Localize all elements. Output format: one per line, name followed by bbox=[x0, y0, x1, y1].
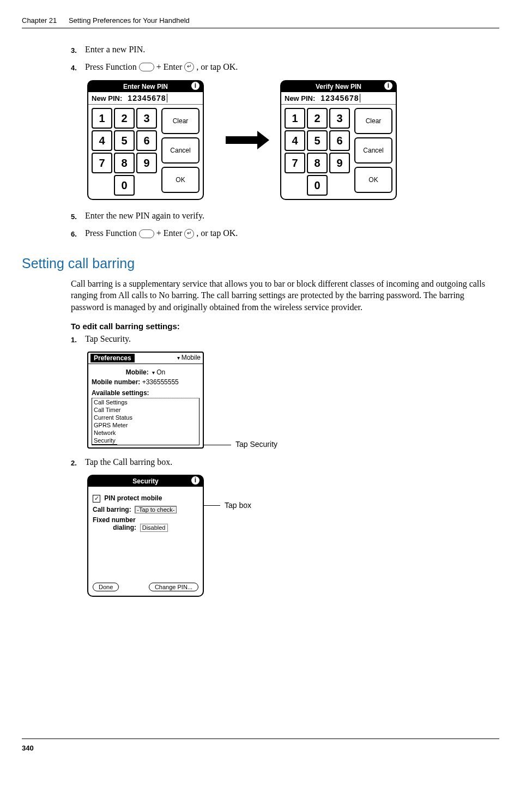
key-2[interactable]: 2 bbox=[307, 108, 328, 129]
pin-protect-label: PIN protect mobile bbox=[104, 494, 162, 502]
key-6[interactable]: 6 bbox=[329, 130, 350, 151]
screen-titlebar: Enter New PIN i bbox=[88, 81, 203, 92]
key-1[interactable]: 1 bbox=[92, 108, 112, 129]
key-8[interactable]: 8 bbox=[307, 153, 328, 173]
list-item[interactable]: Network bbox=[92, 429, 199, 437]
list-item[interactable]: Call Settings bbox=[92, 398, 199, 406]
enter-pin-screen: Enter New PIN i New PIN: 12345678 1 2 3 … bbox=[87, 80, 204, 200]
subheading: To edit call barring settings: bbox=[71, 322, 499, 331]
pref-titlebar: Preferences Mobile bbox=[88, 353, 203, 364]
available-settings-label: Available settings: bbox=[92, 389, 200, 398]
key-4[interactable]: 4 bbox=[285, 130, 305, 151]
key-8[interactable]: 8 bbox=[114, 153, 135, 173]
list-item-security[interactable]: Security bbox=[92, 437, 117, 445]
step-number: 5. bbox=[71, 213, 77, 221]
screen-titlebar: Security i bbox=[88, 476, 203, 487]
step-text: Tap the Call barring box. bbox=[85, 457, 172, 467]
key-9[interactable]: 9 bbox=[329, 153, 350, 173]
ok-button[interactable]: OK bbox=[161, 167, 200, 193]
key-7[interactable]: 7 bbox=[285, 153, 305, 173]
step-number: 2. bbox=[71, 459, 77, 467]
section-heading: Setting call barring bbox=[22, 256, 499, 271]
screen-titlebar: Verify New PIN i bbox=[281, 81, 396, 92]
verify-pin-screen: Verify New PIN i New PIN: 12345678 1 2 3… bbox=[280, 80, 397, 200]
list-item[interactable]: GPRS Meter bbox=[92, 421, 199, 429]
key-2[interactable]: 2 bbox=[114, 108, 135, 129]
pin-label: New PIN: bbox=[92, 94, 122, 102]
step-number: 4. bbox=[71, 64, 77, 72]
step-1: 1. Tap Security. bbox=[71, 334, 499, 344]
step-number: 3. bbox=[71, 46, 77, 55]
key-4[interactable]: 4 bbox=[92, 130, 112, 151]
step-6: 6. Press Function + Enter , or tap OK. bbox=[71, 228, 499, 239]
chapter-title: Setting Preferences for Your Handheld bbox=[69, 16, 190, 25]
pin-value: 12345678 bbox=[128, 94, 167, 102]
function-key-icon bbox=[139, 229, 154, 238]
callout-line bbox=[204, 505, 220, 506]
step-text-c: , or tap OK. bbox=[196, 228, 238, 238]
info-icon[interactable]: i bbox=[191, 82, 200, 90]
step-text: Enter the new PIN again to verify. bbox=[85, 211, 204, 220]
key-0[interactable]: 0 bbox=[114, 175, 135, 196]
clear-button[interactable]: Clear bbox=[354, 108, 392, 134]
step-text-a: Press Function bbox=[85, 62, 139, 71]
screen-title: Enter New PIN bbox=[123, 83, 168, 90]
step-5: 5. Enter the new PIN again to verify. bbox=[71, 211, 499, 221]
step-3: 3. Enter a new PIN. bbox=[71, 45, 499, 55]
ok-button[interactable]: OK bbox=[354, 167, 392, 193]
step-2: 2. Tap the Call barring box. bbox=[71, 457, 499, 467]
callout-tap-box: Tap box bbox=[225, 501, 251, 510]
step-text-a: Press Function bbox=[85, 228, 139, 238]
fixed-number-label-a: Fixed number bbox=[93, 516, 136, 524]
pin-label: New PIN: bbox=[285, 94, 315, 102]
step-4: 4. Press Function + Enter , or tap OK. bbox=[71, 62, 499, 72]
settings-list: Call Settings Call Timer Current Status … bbox=[92, 398, 200, 445]
key-9[interactable]: 9 bbox=[136, 153, 157, 173]
pin-display-row: New PIN: 12345678 bbox=[281, 92, 396, 105]
step-number: 6. bbox=[71, 230, 77, 238]
step-text-b: + Enter bbox=[156, 228, 185, 238]
arrow-right-icon bbox=[226, 136, 258, 144]
key-6[interactable]: 6 bbox=[136, 130, 157, 151]
list-item[interactable]: Current Status bbox=[92, 414, 199, 421]
done-button[interactable]: Done bbox=[93, 583, 119, 591]
enter-key-icon bbox=[184, 62, 194, 72]
screen-title: Security bbox=[132, 477, 158, 485]
call-barring-box[interactable]: -Tap to check- bbox=[135, 506, 177, 513]
clear-button[interactable]: Clear bbox=[161, 108, 200, 134]
key-5[interactable]: 5 bbox=[114, 130, 135, 151]
fixed-number-label-b: dialing: bbox=[113, 524, 136, 531]
list-item[interactable]: Call Timer bbox=[92, 406, 199, 414]
page-number: 340 bbox=[22, 744, 34, 752]
info-icon[interactable]: i bbox=[384, 82, 392, 90]
fixed-dialing-box[interactable]: Disabled bbox=[140, 524, 168, 531]
footer-rule bbox=[22, 739, 499, 739]
cancel-button[interactable]: Cancel bbox=[354, 137, 392, 164]
pin-display-row: New PIN: 12345678 bbox=[88, 92, 203, 105]
screen-title: Verify New PIN bbox=[316, 83, 361, 90]
step-text-b: + Enter bbox=[156, 62, 185, 71]
callout-tap-security: Tap Security bbox=[235, 440, 277, 449]
cancel-button[interactable]: Cancel bbox=[161, 137, 200, 164]
pref-title: Preferences bbox=[90, 354, 135, 362]
key-3[interactable]: 3 bbox=[136, 108, 157, 129]
step-text: Tap Security. bbox=[85, 334, 131, 343]
pref-category-dropdown[interactable]: Mobile bbox=[177, 354, 201, 362]
key-5[interactable]: 5 bbox=[307, 130, 328, 151]
mobile-status-dropdown[interactable]: On bbox=[152, 368, 165, 376]
key-3[interactable]: 3 bbox=[329, 108, 350, 129]
key-1[interactable]: 1 bbox=[285, 108, 305, 129]
step-text-c: , or tap OK. bbox=[196, 62, 238, 71]
function-key-icon bbox=[139, 63, 154, 71]
key-0[interactable]: 0 bbox=[307, 175, 328, 196]
numeric-keypad: 1 2 3 4 5 6 7 8 9 0 bbox=[285, 108, 350, 196]
enter-key-icon bbox=[184, 229, 194, 239]
change-pin-button[interactable]: Change PIN... bbox=[149, 583, 198, 591]
key-7[interactable]: 7 bbox=[92, 153, 112, 173]
mobile-number-label: Mobile number: bbox=[92, 378, 140, 386]
preferences-screen: Preferences Mobile Mobile: On Mobile num… bbox=[87, 352, 204, 449]
chapter-number: Chapter 21 bbox=[22, 16, 57, 25]
pin-screens-row: Enter New PIN i New PIN: 12345678 1 2 3 … bbox=[87, 80, 499, 200]
pin-protect-checkbox[interactable]: ✓ bbox=[93, 495, 100, 503]
info-icon[interactable]: i bbox=[191, 476, 200, 485]
